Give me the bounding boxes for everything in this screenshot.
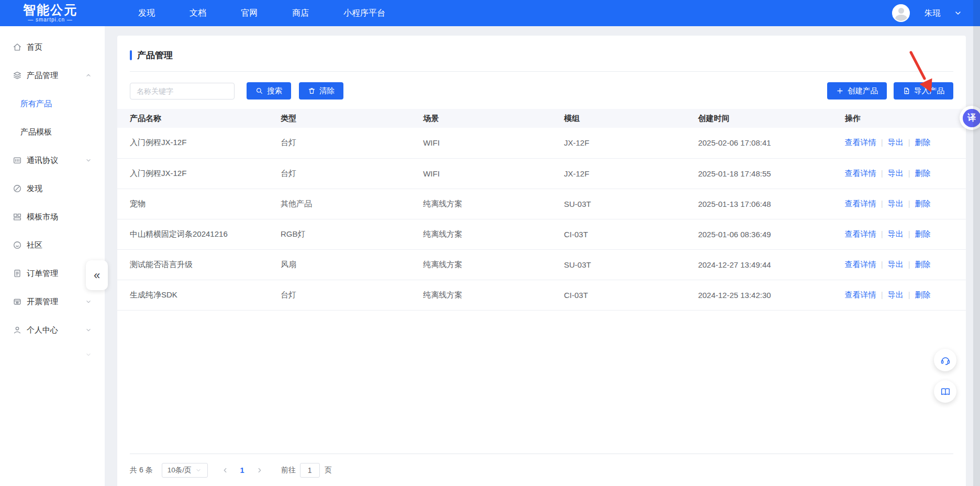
brand-logo[interactable]: 智能公元 — smartpi.cn —	[19, 4, 82, 23]
sidebar-item-protocols[interactable]: 通讯协议	[0, 146, 105, 174]
main-area: 产品管理 搜索 清除 创建产品	[105, 26, 980, 486]
collapsed-item-chevron-down-icon	[0, 344, 105, 365]
view-detail-link[interactable]: 查看详情	[845, 169, 876, 178]
invoice-box-icon	[13, 297, 22, 306]
table-row: 中山精横固定词条20241216 RGB灯 纯离线方案 CI-03T 2025-…	[117, 219, 966, 249]
sidebar-item-personal-center[interactable]: 个人中心	[0, 316, 105, 344]
export-link[interactable]: 导出	[888, 260, 904, 269]
pagination-bar: 共 6 条 10条/页 1 前往 页	[130, 454, 953, 486]
view-detail-link[interactable]: 查看详情	[845, 199, 876, 208]
cell-product-name: 测试能否语言升级	[117, 249, 274, 280]
delete-link[interactable]: 删除	[915, 229, 931, 238]
topnav-discover[interactable]: 发现	[138, 8, 155, 19]
cell-module: JX-12F	[558, 158, 692, 189]
prev-page-button[interactable]	[221, 467, 229, 474]
page-title: 产品管理	[137, 49, 173, 61]
topnav-website[interactable]: 官网	[241, 8, 258, 19]
documentation-fab[interactable]	[934, 380, 956, 403]
table-row: 测试能否语言升级 风扇 纯离线方案 SU-03T 2024-12-27 13:4…	[117, 249, 966, 280]
column-header-scene: 场景	[417, 109, 558, 128]
export-link[interactable]: 导出	[888, 229, 904, 238]
delete-link[interactable]: 删除	[915, 199, 931, 208]
import-product-button[interactable]: 导入产品	[894, 82, 953, 100]
cell-created: 2025-01-18 17:48:55	[692, 158, 838, 189]
chevron-down-icon	[85, 298, 92, 305]
delete-link[interactable]: 删除	[915, 138, 931, 147]
table-row: 入门例程JX-12F 台灯 WIFI JX-12F 2025-02-06 17:…	[117, 128, 966, 158]
sidebar-item-label: 模板市场	[27, 212, 58, 222]
user-chevron-down-icon[interactable]	[954, 9, 962, 17]
export-link[interactable]: 导出	[888, 138, 904, 147]
cell-module: CI-03T	[558, 280, 692, 310]
user-icon	[13, 325, 22, 335]
topnav-store[interactable]: 商店	[292, 8, 309, 19]
clear-button[interactable]: 清除	[299, 82, 343, 100]
view-detail-link[interactable]: 查看详情	[845, 138, 876, 147]
view-detail-link[interactable]: 查看详情	[845, 260, 876, 269]
cell-type: 其他产品	[274, 189, 417, 219]
table-header-row: 产品名称 类型 场景 模组 创建时间 操作	[117, 109, 966, 128]
top-header: 智能公元 — smartpi.cn — 发现 文档 官网 商店 小程序平台 朱琨	[0, 0, 980, 26]
sidebar-item-invoice-management[interactable]: 开票管理	[0, 288, 105, 316]
compass-icon	[13, 184, 22, 193]
view-detail-link[interactable]: 查看详情	[845, 290, 876, 299]
sidebar-item-product-management[interactable]: 产品管理	[0, 61, 105, 90]
delete-link[interactable]: 删除	[915, 260, 931, 269]
goto-page-input[interactable]	[300, 463, 320, 478]
create-product-button[interactable]: 创建产品	[827, 82, 887, 100]
delete-link[interactable]: 删除	[915, 290, 931, 299]
table-row: 宠物 其他产品 纯离线方案 SU-03T 2025-01-13 17:06:48…	[117, 189, 966, 219]
table-row: 入门例程JX-12F 台灯 WIFI JX-12F 2025-01-18 17:…	[117, 158, 966, 189]
sidebar-collapse-handle[interactable]: «	[86, 260, 108, 290]
topnav-docs[interactable]: 文档	[190, 8, 206, 19]
cell-scene: 纯离线方案	[417, 189, 558, 219]
open-book-icon	[940, 386, 951, 397]
cell-type: 风扇	[274, 249, 417, 280]
community-icon	[13, 240, 22, 250]
next-page-button[interactable]	[256, 467, 263, 474]
protocol-icon	[13, 156, 22, 165]
view-detail-link[interactable]: 查看详情	[845, 229, 876, 238]
page-number-1[interactable]: 1	[240, 466, 244, 474]
search-input[interactable]	[130, 83, 235, 100]
sidebar-item-all-products[interactable]: 所有产品	[0, 90, 105, 118]
delete-link[interactable]: 删除	[915, 169, 931, 178]
cell-product-name: 宠物	[117, 189, 274, 219]
user-name[interactable]: 朱琨	[925, 8, 940, 18]
trash-icon	[308, 87, 316, 95]
cell-scene: 纯离线方案	[417, 249, 558, 280]
cell-scene: 纯离线方案	[417, 219, 558, 249]
export-link[interactable]: 导出	[888, 169, 904, 178]
sidebar-item-label: 发现	[27, 184, 42, 194]
topnav-miniprogram[interactable]: 小程序平台	[343, 8, 385, 19]
chevron-down-icon	[85, 157, 92, 164]
export-link[interactable]: 导出	[888, 290, 904, 299]
template-market-icon	[13, 212, 22, 222]
sidebar-item-product-templates[interactable]: 产品模板	[0, 118, 105, 146]
cell-created: 2025-01-06 08:36:49	[692, 219, 838, 249]
chevron-up-icon	[85, 72, 92, 79]
table-row: 生成纯净SDK 台灯 纯离线方案 CI-03T 2024-12-25 13:42…	[117, 280, 966, 310]
app-window: 智能公元 — smartpi.cn — 发现 文档 官网 商店 小程序平台 朱琨…	[0, 0, 980, 486]
sidebar-item-community[interactable]: 社区	[0, 231, 105, 259]
sidebar-item-label: 首页	[27, 42, 42, 52]
support-fab[interactable]	[934, 349, 956, 371]
goto-suffix: 页	[325, 466, 332, 475]
page-size-select[interactable]: 10条/页	[162, 463, 208, 478]
sidebar-item-label: 通讯协议	[27, 156, 58, 165]
search-button-label: 搜索	[267, 86, 282, 96]
plus-icon	[836, 87, 844, 95]
sidebar-item-home[interactable]: 首页	[0, 33, 105, 61]
layers-icon	[13, 71, 22, 80]
sidebar-item-label: 个人中心	[27, 325, 58, 335]
vertical-scrollbar[interactable]	[973, 0, 980, 486]
sidebar-item-discover[interactable]: 发现	[0, 174, 105, 203]
user-avatar-icon[interactable]	[892, 4, 910, 22]
brand-title: 智能公元	[23, 4, 77, 16]
chevron-down-icon	[195, 467, 202, 473]
search-button[interactable]: 搜索	[247, 82, 291, 100]
sidebar-item-template-market[interactable]: 模板市场	[0, 203, 105, 231]
page-header: 产品管理	[117, 36, 966, 61]
export-link[interactable]: 导出	[888, 199, 904, 208]
cell-module: SU-03T	[558, 249, 692, 280]
